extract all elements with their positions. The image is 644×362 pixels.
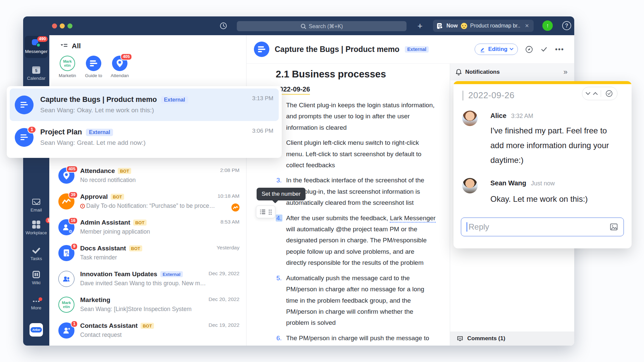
comment-time: Just now [531,180,555,187]
now-tab[interactable]: Now Product roadmap br... ✕ [433,20,534,32]
insert-image-icon[interactable] [609,223,618,231]
list-item-text: Client plugin left-click menu switch to … [286,137,436,171]
chat-row-marketing[interactable]: Mark etin Marketing Sean Wang: [Link]Sto… [49,292,246,317]
title-bar: Search (⌘+K) + Now Product roadmap br...… [23,16,574,35]
sidebar-item-workplace[interactable]: 1 Workplace [23,220,49,235]
list-item-text: In the feedback interface of the screens… [286,175,436,208]
sidebar-item-wiki[interactable]: Wiki [23,270,49,285]
comment-date: 2022-09-26 [468,90,515,101]
zoom-window-button[interactable] [67,23,72,28]
previous-comment-icon[interactable] [586,90,590,95]
chat-row-docs-assistant[interactable]: 9 Docs AssistantBOT Task reminder Yester… [49,240,246,266]
chat-name: Contacts Assistant [80,322,138,329]
close-window-button[interactable] [52,23,57,28]
chat-name: Approval [80,193,108,200]
chat-row-contacts-assistant[interactable]: 1 Contacts AssistantBOT Contact request … [49,317,246,343]
new-tab-button[interactable]: + [415,21,425,31]
chat-row-admin-assistant[interactable]: ⚙ 16 Admin AssistantBOT Member joining a… [49,214,246,240]
list-number-selected[interactable]: 4. [276,213,286,268]
comment-author-row: Alice 3:32 AM [490,112,533,120]
collapse-panel-icon[interactable]: » [564,68,568,76]
chat-filter-title[interactable]: All [72,42,81,50]
editing-mode-button[interactable]: Editing [475,44,518,55]
chat-rows: 405 AttendanceBOT No record notification… [49,163,246,343]
notifications-title: Notifications [465,69,500,75]
quick-contact-attendance[interactable]: 405 Attendan [110,56,129,78]
sidebar-item-more[interactable]: More [23,295,49,310]
comment-icon [457,336,463,342]
resolve-comment-icon[interactable] [605,89,613,98]
popup-chat-capture-the-bugs[interactable]: Capture the Bugs | Product memoExternal … [10,88,279,121]
next-comment-icon[interactable] [593,92,598,97]
quick-contact-guide[interactable]: Guide to [84,56,103,78]
chat-row-innovation-team[interactable]: Innovation Team UpdatesExternal Dave inv… [49,266,246,292]
contacts-assistant-avatar: 1 [58,322,74,339]
bot-tag: BOT [111,194,124,200]
chat-row-approval[interactable]: 39 ApprovalBOT Daily To-do Notification:… [49,188,246,214]
alice-avatar[interactable] [462,111,478,126]
text-caret [467,222,467,232]
drag-handle-icon[interactable] [268,209,272,215]
help-button[interactable]: ? [562,21,571,30]
bot-tag: BOT [129,245,142,251]
group-avatar [58,271,74,287]
notification-dot [39,297,42,301]
document-icon [254,42,269,57]
alarm-clock-icon [80,204,85,208]
bell-icon [455,69,462,76]
sidebar-item-messenger[interactable]: 490 Messenger [23,39,49,54]
comment-text: Okay. Let me work on this:) [490,192,621,206]
search-placeholder: Search (⌘+K) [309,23,343,29]
list-item: 5. Automatically push the message card t… [276,273,450,328]
popup-chat-title: Project Plan [40,128,82,136]
app-page: Search (⌘+K) + Now Product roadmap br...… [0,0,644,362]
more-options-icon[interactable]: ••• [555,46,564,53]
chat-last-message: Sean Wang: [Link]Store Inspection System [80,306,209,313]
external-tag: External [160,271,183,277]
history-icon[interactable] [218,21,228,31]
org-logo[interactable]: Anker [30,323,43,337]
wiki-icon [33,271,40,278]
comments-bar[interactable]: Comments (1) [450,331,574,346]
check-icon[interactable] [540,46,548,53]
navigation-rail: 490 Messenger 5 Calendar Email 1 Workpla… [23,35,49,346]
chat-time: Yesterday [217,245,239,251]
comment-time: 3:32 AM [511,113,533,120]
chat-time: Dec 20, 2022 [209,296,239,302]
now-tab-label: Now [446,23,458,29]
quick-contacts-row: Mark etin Marketin Guide to 405 Attendan [49,56,246,78]
sidebar-item-label: More [31,305,42,310]
comment-author: Alice [490,112,506,120]
quick-contact-marketing[interactable]: Mark etin Marketin [58,56,77,78]
chat-list-panel: All Mark etin Marketin Guide to 405 [49,35,247,346]
sean-wang-avatar[interactable] [462,178,478,193]
comment-author: Sean Wang [490,179,526,187]
sidebar-item-email[interactable]: Email [23,197,49,213]
filter-icon[interactable] [60,43,68,49]
chat-time: Dec 29, 2022 [209,270,239,277]
chat-popup-overlay: Capture the Bugs | Product memoExternal … [7,86,282,158]
mention-link[interactable]: Lark Messenger [390,215,435,223]
quick-contact-label: Guide to [85,73,102,78]
sidebar-item-calendar[interactable]: 5 Calendar [23,65,49,81]
numbered-list-icon[interactable] [260,209,266,215]
search-input[interactable]: Search (⌘+K) [237,21,407,31]
docs-assistant-avatar: 9 [58,245,74,261]
chat-row-attendance[interactable]: 405 AttendanceBOT No record notification… [49,163,246,188]
sidebar-item-tasks[interactable]: Tasks [23,246,49,261]
document-chat-avatar: 1 [15,128,34,147]
minimize-window-button[interactable] [60,23,65,28]
sidebar-item-label: Email [31,207,42,213]
email-icon [32,199,40,205]
quick-contact-label: Attendan [111,73,129,78]
workplace-icon [32,221,40,229]
document-chat-avatar [15,96,34,114]
popup-chat-title: Capture the Bugs | Product memo [40,96,157,104]
now-tab-title: Product roadmap br... [470,23,521,29]
upgrade-button[interactable]: ↑ [542,20,553,31]
popup-chat-project-plan[interactable]: 1 Project PlanExternal Sean Wang: Great.… [10,121,279,154]
compass-icon[interactable] [525,46,533,53]
reply-input[interactable]: Reply [461,218,624,236]
close-tab-icon[interactable]: ✕ [525,23,529,29]
list-item-selected: 4. After the user submits the feedback, … [276,213,450,268]
